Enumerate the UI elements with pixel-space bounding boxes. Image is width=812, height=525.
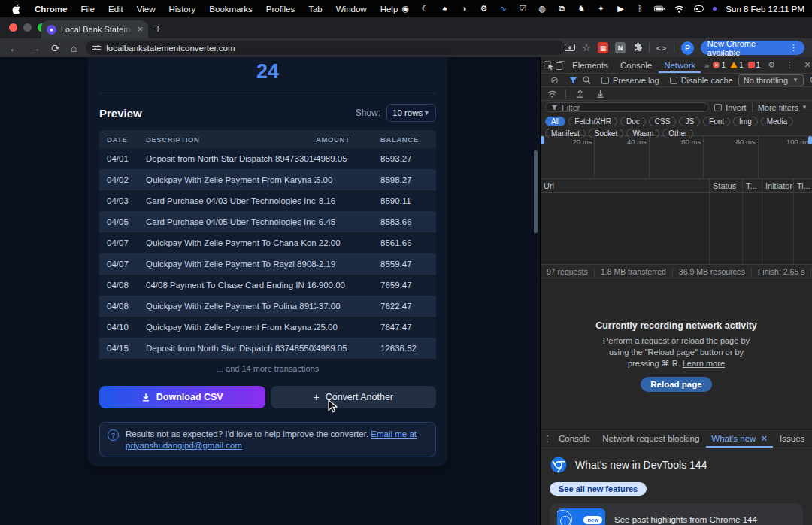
preserve-log-checkbox[interactable]: Preserve log bbox=[601, 76, 659, 85]
clear-network-icon[interactable]: ⊘ bbox=[550, 74, 559, 86]
status-app-icon-3[interactable]: ◑ bbox=[459, 4, 469, 14]
network-settings-icon[interactable]: ⚙ bbox=[809, 74, 812, 86]
tab-close-icon[interactable]: × bbox=[138, 24, 143, 35]
filter-input[interactable]: Filter bbox=[545, 102, 709, 112]
menu-item-history[interactable]: History bbox=[169, 5, 196, 14]
new-tab-button[interactable]: + bbox=[155, 23, 161, 34]
bluetooth-icon[interactable]: ᛒ bbox=[635, 4, 645, 14]
bookmark-star-icon[interactable]: ☆ bbox=[582, 43, 591, 53]
record-indicator-icon[interactable]: ◉ bbox=[400, 4, 411, 14]
extension-n-icon[interactable]: N bbox=[615, 42, 626, 53]
settings-gear-icon[interactable]: ⚙ bbox=[478, 4, 489, 14]
chip-js[interactable]: JS bbox=[679, 117, 700, 126]
devtools-tab-elements[interactable]: Elements bbox=[567, 57, 614, 73]
more-tabs-icon[interactable]: » bbox=[702, 61, 711, 70]
status-app-icon-1[interactable]: ☾ bbox=[420, 4, 430, 14]
key-app-icon[interactable]: ✦ bbox=[595, 4, 606, 14]
menu-item-window[interactable]: Window bbox=[336, 5, 367, 14]
camera-app-icon[interactable]: ◍ bbox=[537, 4, 547, 14]
play-status-icon[interactable]: ▶ bbox=[615, 4, 626, 14]
menu-bar-clock[interactable]: Sun 8 Feb 12:11 PM bbox=[726, 5, 804, 14]
reload-button[interactable]: ⟳ bbox=[51, 43, 60, 53]
col-header-type[interactable]: T... bbox=[743, 179, 762, 192]
timeline-scrubber-right[interactable] bbox=[808, 136, 812, 144]
chip-media[interactable]: Media bbox=[761, 117, 793, 126]
close-tab-icon[interactable]: ✕ bbox=[760, 433, 768, 444]
menu-item-help[interactable]: Help bbox=[380, 5, 398, 14]
drawer-tab-network-request-blocking[interactable]: Network request blocking bbox=[597, 429, 704, 448]
apple-menu-icon[interactable] bbox=[11, 4, 21, 14]
throttling-select[interactable]: No throttling▼ bbox=[738, 74, 804, 86]
drawer-tab-console[interactable]: Console bbox=[553, 429, 595, 448]
url-text[interactable]: localbankstatementconverter.com bbox=[106, 44, 235, 53]
close-window-button[interactable] bbox=[9, 23, 17, 32]
status-app-icon-2[interactable]: ♠ bbox=[439, 4, 450, 14]
new-chrome-available-button[interactable]: New Chrome available ⋮ bbox=[701, 41, 804, 55]
chip-img[interactable]: Img bbox=[733, 117, 758, 126]
col-header-initiator[interactable]: Initiator bbox=[762, 179, 794, 192]
devtools-kebab-icon[interactable]: ⋮ bbox=[783, 59, 796, 71]
menu-app-name[interactable]: Chrome bbox=[35, 5, 67, 14]
export-har-icon[interactable] bbox=[593, 88, 607, 100]
extension-red-icon[interactable]: ▦ bbox=[598, 42, 608, 53]
disable-cache-checkbox[interactable]: Disable cache bbox=[670, 76, 733, 85]
extensions-puzzle-icon[interactable] bbox=[632, 43, 642, 53]
forward-button[interactable]: → bbox=[30, 43, 41, 53]
error-count-badge[interactable]: ✕1 bbox=[713, 61, 726, 69]
chip-fetch-xhr[interactable]: Fetch/XHR bbox=[568, 117, 617, 126]
col-header-time[interactable]: Ti... bbox=[794, 179, 812, 192]
network-overview-timeline[interactable]: 20 ms 40 ms 60 ms 80 ms 100 ms bbox=[541, 136, 812, 179]
warning-count-badge[interactable]: 1 bbox=[730, 61, 744, 69]
reload-page-button[interactable]: Reload page bbox=[641, 377, 711, 392]
learn-more-link[interactable]: Learn more bbox=[683, 359, 725, 368]
profile-avatar[interactable]: P bbox=[681, 41, 694, 55]
col-header-status[interactable]: Status bbox=[710, 179, 743, 192]
chrome-menu-kebab-icon[interactable]: ⋮ bbox=[789, 43, 798, 53]
rows-per-page-select[interactable]: 10 rows ▼ bbox=[386, 104, 436, 122]
devtools-code-icon[interactable]: <> bbox=[656, 44, 667, 53]
menu-item-file[interactable]: File bbox=[80, 5, 95, 14]
chip-all[interactable]: All bbox=[545, 117, 565, 126]
menu-item-tab[interactable]: Tab bbox=[308, 5, 323, 14]
devtools-settings-icon[interactable]: ⚙ bbox=[765, 59, 778, 71]
devtools-tab-network[interactable]: Network bbox=[659, 57, 701, 73]
convert-another-button[interactable]: + Convert Another bbox=[271, 386, 437, 408]
issue-count-badge[interactable]: 1 bbox=[748, 61, 761, 69]
highlight-card[interactable]: new See past highlights from Chrome 144 bbox=[550, 503, 803, 525]
chip-css[interactable]: CSS bbox=[649, 117, 677, 126]
timeline-scrubber-left[interactable] bbox=[541, 136, 544, 144]
inspect-element-icon[interactable] bbox=[544, 59, 554, 71]
battery-icon[interactable] bbox=[654, 4, 665, 14]
site-settings-icon[interactable] bbox=[92, 44, 101, 51]
more-filters-button[interactable]: More filters▼ bbox=[758, 103, 807, 112]
animal-app-icon[interactable]: ♞ bbox=[576, 4, 586, 14]
devtools-close-icon[interactable]: ✕ bbox=[801, 59, 812, 71]
search-network-icon[interactable] bbox=[583, 74, 591, 86]
filter-funnel-icon[interactable] bbox=[569, 74, 577, 86]
download-csv-button[interactable]: Download CSV bbox=[99, 386, 265, 408]
invert-checkbox[interactable]: Invert bbox=[714, 103, 747, 112]
chip-doc[interactable]: Doc bbox=[620, 117, 646, 126]
cast-screen-icon[interactable] bbox=[565, 44, 575, 52]
col-header-url[interactable]: Url bbox=[541, 179, 710, 192]
minimize-window-button[interactable] bbox=[23, 23, 32, 32]
waveform-status-icon[interactable]: ∿ bbox=[498, 4, 508, 14]
menu-item-view[interactable]: View bbox=[137, 5, 156, 14]
drawer-kebab-icon[interactable]: ⋮ bbox=[544, 432, 552, 445]
page-scrollbar-thumb[interactable] bbox=[534, 150, 538, 233]
devtools-tab-console[interactable]: Console bbox=[615, 57, 657, 73]
menu-item-profiles[interactable]: Profiles bbox=[266, 5, 295, 14]
chip-font[interactable]: Font bbox=[703, 117, 730, 126]
address-bar[interactable]: localbankstatementconverter.com bbox=[86, 41, 565, 55]
wifi-icon[interactable] bbox=[674, 4, 684, 14]
control-center-icon[interactable] bbox=[693, 4, 704, 14]
network-conditions-icon[interactable] bbox=[545, 88, 559, 100]
display-mirroring-icon[interactable]: ⧉ bbox=[556, 4, 567, 14]
import-har-icon[interactable] bbox=[573, 88, 586, 100]
back-button[interactable]: ← bbox=[9, 43, 20, 53]
drawer-tab-issues[interactable]: Issues bbox=[774, 429, 810, 448]
drawer-tab-whats-new[interactable]: What's new✕ bbox=[706, 429, 773, 448]
menu-item-edit[interactable]: Edit bbox=[108, 5, 123, 14]
menu-item-bookmarks[interactable]: Bookmarks bbox=[209, 5, 253, 14]
see-all-new-features-button[interactable]: See all new features bbox=[550, 482, 647, 496]
